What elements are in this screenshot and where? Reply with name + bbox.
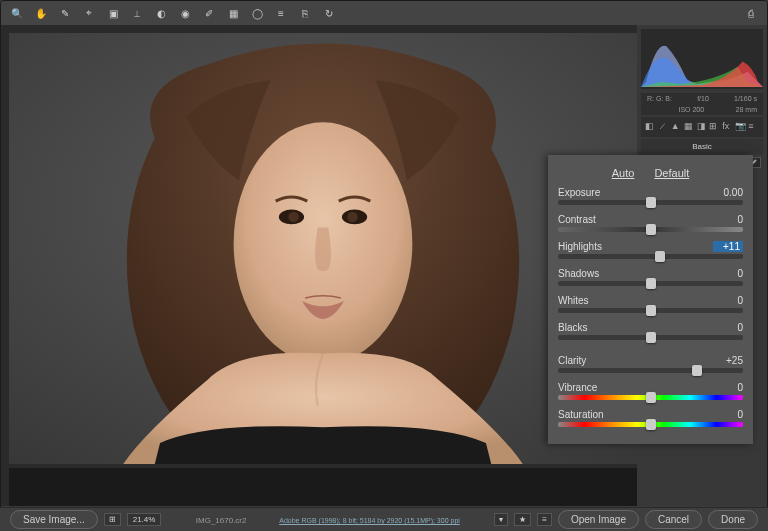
auto-button[interactable]: Auto — [612, 167, 635, 179]
portrait-image — [9, 33, 637, 464]
sampler-icon[interactable]: ⌖ — [81, 5, 97, 21]
slider-clarity: Clarity+25 — [558, 355, 743, 373]
slider-highlights: Highlights+11 — [558, 241, 743, 259]
camera-readout-2: ISO 200 28 mm — [641, 104, 763, 115]
slider-label: Blacks — [558, 322, 587, 333]
slider-thumb[interactable] — [646, 332, 656, 343]
open-image-button[interactable]: Open Image — [558, 510, 639, 529]
curve-tab-icon[interactable]: ⟋ — [658, 121, 669, 133]
slider-value[interactable]: 0 — [713, 382, 743, 393]
hand-tool-icon[interactable]: ✋ — [33, 5, 49, 21]
camera-tab-icon[interactable]: 📷 — [735, 121, 746, 133]
redeye-icon[interactable]: ◉ — [177, 5, 193, 21]
image-viewer[interactable] — [9, 33, 637, 464]
zoom-tool-icon[interactable]: 🔍 — [9, 5, 25, 21]
radial-icon[interactable]: ◯ — [249, 5, 265, 21]
brush-icon[interactable]: ✐ — [201, 5, 217, 21]
slider-thumb[interactable] — [646, 278, 656, 289]
hsl-tab-icon[interactable]: ▦ — [684, 121, 695, 133]
split-tab-icon[interactable]: ◨ — [697, 121, 708, 133]
eyedropper-icon[interactable]: ✎ — [57, 5, 73, 21]
slider-label: Highlights — [558, 241, 602, 252]
slider-label: Saturation — [558, 409, 604, 420]
slider-track[interactable] — [558, 281, 743, 286]
slider-track[interactable] — [558, 368, 743, 373]
panel-tabs: ◧ ⟋ ▲ ▦ ◨ ⊞ fx 📷 ≡ — [641, 117, 763, 137]
detail-tab-icon[interactable]: ▲ — [671, 121, 682, 133]
canvas-area — [1, 25, 637, 506]
snapshots-icon[interactable]: ⎘ — [297, 5, 313, 21]
zoom-level[interactable]: 21.4% — [127, 513, 162, 526]
slider-value[interactable]: +25 — [713, 355, 743, 366]
top-toolbar: 🔍 ✋ ✎ ⌖ ▣ ⟂ ◐ ◉ ✐ ▦ ◯ ≡ ⎘ ↻ ⎙ — [1, 1, 767, 25]
slider-value[interactable]: 0 — [713, 322, 743, 333]
lens-tab-icon[interactable]: ⊞ — [709, 121, 720, 133]
slider-value[interactable]: 0 — [713, 268, 743, 279]
slider-label: Exposure — [558, 187, 600, 198]
done-button[interactable]: Done — [708, 510, 758, 529]
slider-contrast: Contrast0 — [558, 214, 743, 232]
rating-icon[interactable]: ★ — [514, 513, 531, 526]
slider-blacks: Blacks0 — [558, 322, 743, 340]
slider-value[interactable]: 0 — [713, 295, 743, 306]
crop-icon[interactable]: ▣ — [105, 5, 121, 21]
basic-tab-icon[interactable]: ◧ — [645, 121, 656, 133]
menu-icon[interactable]: ≡ — [537, 513, 552, 526]
preferences-icon[interactable]: ⎙ — [743, 5, 759, 21]
slider-thumb[interactable] — [646, 419, 656, 430]
slider-value[interactable]: 0.00 — [713, 187, 743, 198]
default-button[interactable]: Default — [654, 167, 689, 179]
presets-icon[interactable]: ≡ — [273, 5, 289, 21]
slider-shadows: Shadows0 — [558, 268, 743, 286]
slider-thumb[interactable] — [655, 251, 665, 262]
slider-track[interactable] — [558, 254, 743, 259]
slider-label: Vibrance — [558, 382, 597, 393]
slider-vibrance: Vibrance0 — [558, 382, 743, 400]
slider-track[interactable] — [558, 422, 743, 427]
histogram[interactable] — [641, 29, 763, 89]
presets-tab-icon[interactable]: ≡ — [748, 121, 759, 133]
metadata-link[interactable]: Adobe RGB (1998); 8 bit; 5184 by 2920 (1… — [279, 517, 460, 524]
slider-whites: Whites0 — [558, 295, 743, 313]
filmstrip — [9, 468, 637, 506]
slider-thumb[interactable] — [692, 365, 702, 376]
adjustments-panel: Auto Default Exposure0.00Contrast0Highli… — [548, 155, 753, 444]
svg-point-5 — [347, 212, 358, 223]
camera-readout: R: G: B: f/10 1/160 s — [641, 93, 763, 104]
rotate-icon[interactable]: ↻ — [321, 5, 337, 21]
slider-track[interactable] — [558, 200, 743, 205]
filter-icon[interactable]: ▾ — [494, 513, 508, 526]
slider-value[interactable]: 0 — [713, 214, 743, 225]
fx-tab-icon[interactable]: fx — [722, 121, 733, 133]
slider-thumb[interactable] — [646, 224, 656, 235]
slider-thumb[interactable] — [646, 197, 656, 208]
basic-panel-header: Basic — [641, 139, 763, 154]
filename-label: IMG_1670.cr2 — [196, 516, 247, 525]
slider-label: Clarity — [558, 355, 586, 366]
svg-point-4 — [288, 212, 299, 223]
slider-track[interactable] — [558, 395, 743, 400]
footer-bar: Save Image... ⊞ 21.4% IMG_1670.cr2 Adobe… — [0, 507, 768, 531]
grid-view-icon[interactable]: ⊞ — [104, 513, 121, 526]
slider-exposure: Exposure0.00 — [558, 187, 743, 205]
slider-thumb[interactable] — [646, 305, 656, 316]
slider-saturation: Saturation0 — [558, 409, 743, 427]
slider-value[interactable]: 0 — [713, 409, 743, 420]
spot-icon[interactable]: ◐ — [153, 5, 169, 21]
slider-track[interactable] — [558, 308, 743, 313]
slider-label: Shadows — [558, 268, 599, 279]
slider-label: Whites — [558, 295, 589, 306]
straighten-icon[interactable]: ⟂ — [129, 5, 145, 21]
slider-track[interactable] — [558, 335, 743, 340]
slider-track[interactable] — [558, 227, 743, 232]
gradient-icon[interactable]: ▦ — [225, 5, 241, 21]
slider-value[interactable]: +11 — [713, 241, 743, 252]
slider-thumb[interactable] — [646, 392, 656, 403]
slider-label: Contrast — [558, 214, 596, 225]
save-image-button[interactable]: Save Image... — [10, 510, 98, 529]
cancel-button[interactable]: Cancel — [645, 510, 702, 529]
